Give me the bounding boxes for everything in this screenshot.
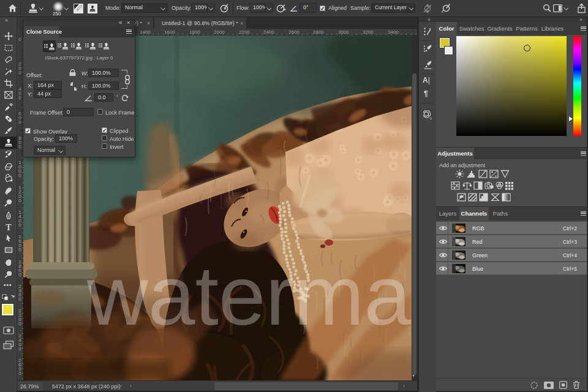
- svg-text:T: T: [6, 223, 12, 232]
